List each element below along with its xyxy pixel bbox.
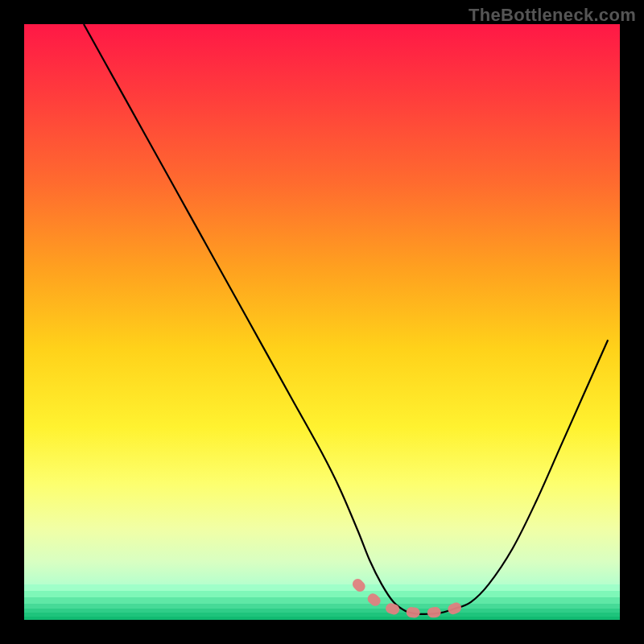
- chart-stage: TheBottleneck.com: [0, 0, 644, 644]
- bottleneck-curve: [84, 24, 608, 614]
- plot-area: [24, 24, 620, 620]
- optimal-marker: [357, 584, 468, 613]
- watermark-text: TheBottleneck.com: [469, 5, 636, 26]
- curve-layer: [24, 24, 620, 620]
